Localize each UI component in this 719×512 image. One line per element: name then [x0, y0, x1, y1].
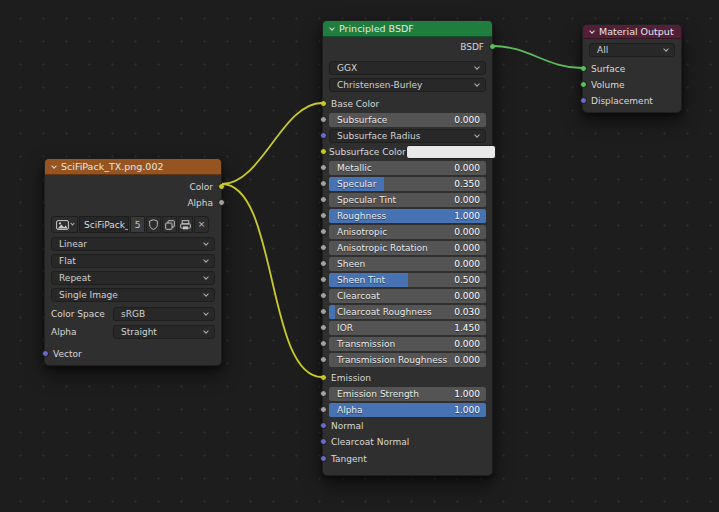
node-editor-canvas[interactable]: SciFiPack_TX.png.002 Color Alpha SciFiPa… — [0, 0, 719, 512]
unlink-image-button[interactable]: × — [194, 216, 209, 233]
socket-vector-input[interactable] — [42, 350, 49, 357]
socket-specular-tint-input[interactable] — [320, 196, 327, 203]
sheen-tint-slider[interactable]: Sheen Tint0.500 — [329, 273, 486, 287]
socket-volume-input[interactable] — [580, 81, 587, 88]
socket-roughness-input[interactable] — [320, 212, 327, 219]
copy-icon — [165, 220, 175, 230]
node-title: Material Output — [599, 26, 674, 37]
collapse-chevron-icon[interactable] — [329, 25, 335, 31]
output-label-bsdf: BSDF — [460, 42, 484, 52]
anisotropic-rotation-slider[interactable]: Anisotropic Rotation0.000 — [329, 241, 486, 255]
collapse-chevron-icon[interactable] — [589, 28, 595, 34]
socket-bsdf-output[interactable] — [489, 43, 496, 50]
image-datablock-row: SciFiPack_T... 5 × — [51, 216, 209, 233]
link-bsdf-to-surface[interactable] — [493, 46, 582, 68]
emission-strength-slider[interactable]: Emission Strength1.000 — [329, 387, 486, 401]
node-title: Principled BSDF — [339, 23, 414, 34]
socket-color-output[interactable] — [218, 183, 225, 190]
projection-dropdown[interactable]: Flat — [51, 254, 215, 268]
socket-sheen-input[interactable] — [320, 260, 327, 267]
link-color-to-emission[interactable] — [222, 184, 322, 377]
socket-transmission-roughness-input[interactable] — [320, 356, 327, 363]
material-output-node[interactable]: Material Output All Surface Volume Displ… — [582, 24, 682, 113]
socket-alpha-input[interactable] — [320, 406, 327, 413]
socket-base-color-input[interactable] — [320, 100, 327, 107]
material-output-node-header[interactable]: Material Output — [583, 25, 681, 39]
socket-displacement-input[interactable] — [580, 97, 587, 104]
socket-tangent-input[interactable] — [320, 455, 327, 462]
sheen-slider[interactable]: Sheen0.000 — [329, 257, 486, 271]
subsurface-color-swatch[interactable] — [406, 145, 496, 159]
specular-slider[interactable]: Specular0.350 — [329, 177, 486, 191]
image-name-field[interactable]: SciFiPack_T... — [79, 216, 129, 233]
transmission-roughness-slider[interactable]: Transmission Roughness0.000 — [329, 353, 486, 367]
socket-subsurface-radius-input[interactable] — [320, 132, 327, 139]
socket-transmission-input[interactable] — [320, 340, 327, 347]
socket-subsurface-input[interactable] — [320, 116, 327, 123]
socket-normal-input[interactable] — [320, 422, 327, 429]
clearcoat-slider[interactable]: Clearcoat0.000 — [329, 289, 486, 303]
alpha-slider[interactable]: Alpha1.000 — [329, 403, 486, 417]
subsurface-method-dropdown[interactable]: Christensen-Burley — [329, 78, 486, 92]
input-label-volume: Volume — [591, 80, 624, 90]
subsurface-radius-dropdown[interactable]: Subsurface Radius — [329, 129, 486, 143]
metallic-slider[interactable]: Metallic0.000 — [329, 161, 486, 175]
input-label-displacement: Displacement — [591, 96, 653, 106]
color-space-label: Color Space — [51, 309, 113, 319]
distribution-dropdown[interactable]: GGX — [329, 61, 486, 75]
output-label-color: Color — [190, 182, 214, 192]
socket-subsurface-color-input[interactable] — [320, 148, 327, 155]
socket-emission-strength-input[interactable] — [320, 390, 327, 397]
pack-image-button[interactable] — [178, 216, 193, 233]
input-label-vector: Vector — [53, 349, 82, 359]
socket-surface-input[interactable] — [580, 65, 587, 72]
browse-chevron-icon — [70, 221, 74, 225]
source-dropdown[interactable]: Single Image — [51, 288, 215, 302]
transmission-slider[interactable]: Transmission0.000 — [329, 337, 486, 351]
image-icon — [56, 220, 69, 230]
socket-specular-input[interactable] — [320, 180, 327, 187]
close-icon: × — [198, 220, 206, 229]
collapse-chevron-icon[interactable] — [51, 163, 57, 169]
ior-slider[interactable]: IOR1.450 — [329, 321, 486, 335]
input-label-base-color: Base Color — [331, 99, 379, 109]
socket-emission-input[interactable] — [320, 374, 327, 381]
subsurface-slider[interactable]: Subsurface0.000 — [329, 113, 486, 127]
principled-bsdf-node-header[interactable]: Principled BSDF — [323, 21, 492, 37]
color-space-dropdown[interactable]: sRGB — [113, 307, 215, 321]
interpolation-dropdown[interactable]: Linear — [51, 237, 215, 251]
new-image-button[interactable] — [162, 216, 177, 233]
socket-ior-input[interactable] — [320, 324, 327, 331]
specular-tint-slider[interactable]: Specular Tint0.000 — [329, 193, 486, 207]
input-label-clearcoat-normal: Clearcoat Normal — [331, 437, 409, 447]
alpha-mode-dropdown[interactable]: Straight — [113, 325, 215, 339]
input-label-tangent: Tangent — [331, 454, 367, 464]
socket-metallic-input[interactable] — [320, 164, 327, 171]
clearcoat-roughness-slider[interactable]: Clearcoat Roughness0.030 — [329, 305, 486, 319]
alpha-mode-label: Alpha — [51, 327, 113, 337]
socket-alpha-output[interactable] — [218, 199, 225, 206]
socket-anisotropic-rotation-input[interactable] — [320, 244, 327, 251]
subsurface-color-label: Subsurface Color — [329, 147, 406, 157]
input-label-normal: Normal — [331, 421, 364, 431]
socket-clearcoat-roughness-input[interactable] — [320, 308, 327, 315]
image-texture-node-header[interactable]: SciFiPack_TX.png.002 — [45, 159, 221, 175]
users-count-button[interactable]: 5 — [130, 216, 145, 233]
image-browse-button[interactable] — [51, 216, 78, 233]
pack-icon — [180, 220, 191, 230]
socket-anisotropic-input[interactable] — [320, 228, 327, 235]
node-title: SciFiPack_TX.png.002 — [61, 161, 163, 172]
input-label-emission: Emission — [331, 373, 371, 383]
socket-sheen-tint-input[interactable] — [320, 276, 327, 283]
image-texture-node[interactable]: SciFiPack_TX.png.002 Color Alpha SciFiPa… — [44, 158, 222, 366]
socket-clearcoat-normal-input[interactable] — [320, 438, 327, 445]
fake-user-button[interactable] — [146, 216, 161, 233]
socket-clearcoat-input[interactable] — [320, 292, 327, 299]
extension-dropdown[interactable]: Repeat — [51, 271, 215, 285]
input-label-surface: Surface — [591, 64, 625, 74]
roughness-slider[interactable]: Roughness1.000 — [329, 209, 486, 223]
principled-bsdf-node[interactable]: Principled BSDF BSDF GGX Christensen-Bur… — [322, 20, 493, 476]
target-dropdown[interactable]: All — [589, 43, 675, 57]
link-color-to-basecolor[interactable] — [222, 103, 322, 184]
anisotropic-slider[interactable]: Anisotropic0.000 — [329, 225, 486, 239]
